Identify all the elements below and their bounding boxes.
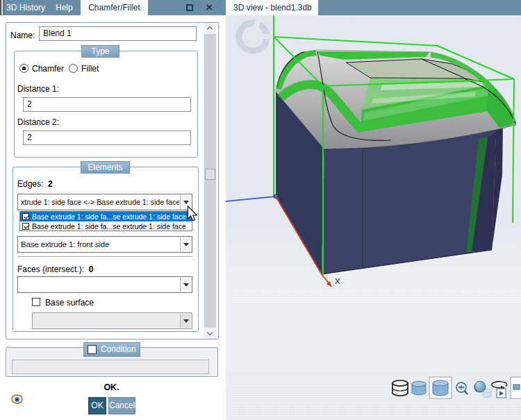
cancel-button[interactable]: Cancel [108,397,135,414]
3d-scene: X [226,15,521,420]
application-window: 3D History Help Chamfer/Fillet × 3D view… [0,0,521,420]
radio-chamfer-label[interactable]: Chamfer [32,64,64,74]
base-surface-combobox-arrow-icon[interactable] [180,314,191,328]
y-axis [226,196,276,201]
edges-dropdown-list: ✓ Base extrude 1: side fa...se extrude 1… [19,211,192,231]
rotation-watermark-icon [239,17,272,51]
front-side-combobox[interactable]: Base extrude 1: front side [17,236,192,253]
base-surface-checkbox[interactable] [32,298,40,306]
tab-help[interactable]: Help [56,0,73,15]
display-options-icon[interactable] [511,377,521,398]
distance2-input[interactable]: 2 [23,131,191,145]
tab-chamfer-fillet[interactable]: Chamfer/Fillet [81,0,148,15]
checkbox-checked-icon[interactable]: ✓ [22,223,29,230]
scrollbar-thumb[interactable] [205,169,215,180]
radio-fillet-label[interactable]: Fillet [81,64,99,74]
front-side-combobox-arrow-icon[interactable] [180,237,191,251]
edges-label: Edges: 2 [17,179,53,189]
faces-combobox[interactable] [17,276,192,293]
distance2-label: Distance 2: [17,117,59,127]
distance1-input[interactable]: 2 [23,97,191,112]
name-label: Name: [10,31,35,40]
tab-3d-history[interactable]: 3D History [6,0,45,15]
condition-checkbox[interactable] [88,345,97,354]
mouse-cursor [187,205,199,223]
ok-button[interactable]: OK [88,397,106,414]
scrollbar-up-icon[interactable] [204,23,216,34]
type-group-header: Type [81,45,119,58]
condition-group-header: Condition [83,342,140,357]
status-text: OK. [0,383,223,392]
maximize-icon[interactable] [186,4,193,11]
tab-3d-view[interactable]: 3D view - blend1.3db [226,0,318,15]
close-icon[interactable]: × [206,1,213,15]
faces-label: Faces (intersect.): 0 [17,264,93,274]
rotate-animation-icon[interactable] [492,382,507,398]
scrollbar-down-icon[interactable] [204,328,216,339]
visibility-eye-icon[interactable] [11,394,23,404]
wireframe-cylinder-icon[interactable] [392,380,408,396]
elements-divider [17,256,192,257]
distance1-label: Distance 1: [17,84,59,94]
dialog-scrollbar[interactable] [204,23,216,339]
edges-dropdown-item[interactable]: ✓ Base extrude 1: side fa...se extrude 1… [20,221,192,231]
zoom-fit-icon[interactable] [456,383,468,394]
base-surface-combobox[interactable] [32,312,192,329]
faces-combobox-arrow-icon[interactable] [180,278,191,292]
radio-chamfer[interactable] [19,64,28,73]
edges-combobox[interactable]: xtrude 1: side face <-> Base extrude 1: … [17,194,192,210]
elements-group-header: Elements [81,161,130,174]
x-axis-label: X [335,277,340,285]
condition-input[interactable] [12,360,209,374]
shaded-sphere-icon[interactable] [474,381,491,397]
radio-fillet[interactable] [69,64,78,73]
shaded-cylinder-selected-icon[interactable] [429,377,452,398]
base-surface-label[interactable]: Base surface [45,298,94,308]
name-input[interactable]: Blend 1 [39,26,197,41]
edges-dropdown-item[interactable]: ✓ Base extrude 1: side fa...se extrude 1… [20,212,192,221]
checkbox-checked-icon[interactable]: ✓ [22,213,29,220]
view-toolbar [392,377,521,398]
shaded-cylinder-icon[interactable] [412,381,426,395]
